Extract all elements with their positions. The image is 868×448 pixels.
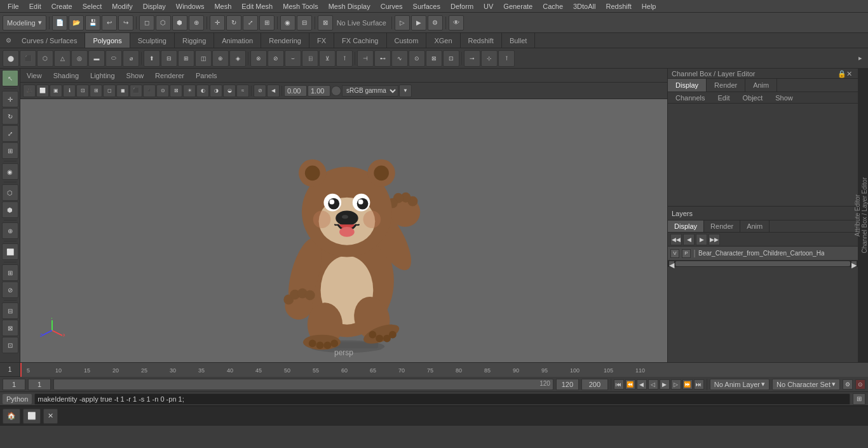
shelf-conform-btn[interactable]: ⊹ xyxy=(481,50,498,67)
layer-visibility-btn[interactable]: V xyxy=(670,249,679,258)
pb-play-fwd-btn[interactable]: ▶ xyxy=(660,379,670,390)
taskbar-close-btn[interactable]: ✕ xyxy=(43,409,58,424)
layers-scroll-thumb[interactable] xyxy=(675,261,850,266)
render-settings-btn[interactable]: ⚙ xyxy=(428,15,443,31)
tab-xgen[interactable]: XGen xyxy=(426,33,460,48)
vp-film-gate-btn[interactable]: ⬜ xyxy=(36,85,49,97)
mode-dropdown[interactable]: Modeling ▾ xyxy=(3,15,46,31)
menu-edit-mesh[interactable]: Edit Mesh xyxy=(236,1,278,11)
menu-generate[interactable]: Generate xyxy=(498,1,538,11)
shelf-mirror-btn[interactable]: ⊣ xyxy=(357,50,374,67)
layers-prev-btn[interactable]: ◀◀ xyxy=(670,234,682,245)
pb-play-back-btn[interactable]: ◁ xyxy=(648,379,658,390)
transform-btn[interactable]: ✛ xyxy=(210,15,225,31)
vp-prev-frame-btn[interactable]: ◀ xyxy=(267,85,280,97)
shelf-sphere-btn[interactable]: ⬤ xyxy=(3,50,19,67)
layer-playback-btn[interactable]: P xyxy=(682,249,691,258)
shelf-transfer-attr-btn[interactable]: ⊸ xyxy=(464,50,480,67)
layers-back-btn[interactable]: ◀ xyxy=(683,234,695,245)
pb-next-key-btn[interactable]: ⏩ xyxy=(682,379,693,390)
menu-deform[interactable]: Deform xyxy=(445,1,478,11)
lasso-btn[interactable]: ⬡ xyxy=(156,15,171,31)
soft-select-btn[interactable]: ◉ xyxy=(280,15,295,31)
shelf-arrow-btn[interactable]: ▸ xyxy=(855,53,865,64)
snap-grid-btn[interactable]: ⊟ xyxy=(2,302,18,319)
shelf-bridge-btn[interactable]: ⊟ xyxy=(161,50,177,67)
python-lang-label[interactable]: Python xyxy=(3,394,32,404)
rp-tab-render[interactable]: Render xyxy=(707,79,745,92)
rp-edit-menu[interactable]: Edit xyxy=(712,93,735,103)
vp-camera-btn[interactable]: 🎥 xyxy=(23,85,36,97)
vp-heads-up-btn[interactable]: ℹ xyxy=(63,85,76,97)
menu-3dtool[interactable]: 3DtoAll xyxy=(568,1,600,11)
menu-surfaces[interactable]: Surfaces xyxy=(408,1,445,11)
strip-channel-box-label[interactable]: Channel Box / Layer Editor xyxy=(861,175,868,256)
shelf-cube-btn[interactable]: ⬛ xyxy=(20,50,36,67)
char-set-dropdown[interactable]: No Character Set ▾ xyxy=(772,379,840,390)
camera-near-clip-input[interactable] xyxy=(284,85,307,97)
layers-scrollbar[interactable]: ◀ ▶ xyxy=(668,261,858,267)
shelf-torus-btn[interactable]: ◎ xyxy=(71,50,88,67)
pb-prev-frame-btn[interactable]: ◀ xyxy=(637,379,647,390)
taskbar-maximize-btn[interactable]: ⬜ xyxy=(23,409,41,424)
anim-layer-dropdown[interactable]: No Anim Layer ▾ xyxy=(710,379,770,390)
tab-custom[interactable]: Custom xyxy=(387,33,427,48)
shelf-cylinder-btn[interactable]: ⬡ xyxy=(37,50,53,67)
vp-menu-renderer[interactable]: Renderer xyxy=(151,71,188,81)
pb-settings-btn[interactable]: ⚙ xyxy=(843,379,853,390)
menu-curves[interactable]: Curves xyxy=(376,1,408,11)
menu-display[interactable]: Display xyxy=(138,1,171,11)
snap-point-btn[interactable]: ⊡ xyxy=(2,337,18,353)
tab-rigging[interactable]: Rigging xyxy=(175,33,214,48)
undo-btn[interactable]: ↩ xyxy=(102,15,117,31)
shelf-cone-btn[interactable]: △ xyxy=(54,50,71,67)
tab-fx-caching[interactable]: FX Caching xyxy=(334,33,386,48)
vp-shading2-btn[interactable]: ⬛ xyxy=(130,85,142,97)
shelf-pipe-btn[interactable]: ⌀ xyxy=(123,50,139,67)
menu-windows[interactable]: Windows xyxy=(171,1,210,11)
snap-to-grid-btn[interactable]: ⊟ xyxy=(297,15,312,31)
vp-isolate-btn[interactable]: ⊘ xyxy=(254,85,266,97)
menu-help[interactable]: Help xyxy=(637,1,661,11)
vp-ao-btn[interactable]: ◑ xyxy=(210,85,222,97)
shelf-insert-loop-btn[interactable]: ⊷ xyxy=(374,50,391,67)
viewport-canvas[interactable]: persp X Y Z xyxy=(20,99,667,362)
rotate-btn[interactable]: ↻ xyxy=(226,15,241,31)
show-manipulator-btn[interactable]: ⊕ xyxy=(2,222,18,239)
color-space-select[interactable]: sRGB gamma xyxy=(342,85,398,97)
scale-tool-btn[interactable]: ⤢ xyxy=(2,125,18,142)
menu-mesh-display[interactable]: Mesh Display xyxy=(323,1,376,11)
pb-next-frame-btn[interactable]: ▷ xyxy=(671,379,681,390)
paint-tool-btn[interactable]: ⬢ xyxy=(2,201,18,218)
vp-select-camera-btn[interactable]: ⊡ xyxy=(76,85,89,97)
grid-display-btn[interactable]: ⊞ xyxy=(2,264,18,281)
menu-cache[interactable]: Cache xyxy=(538,1,568,11)
shelf-plane-btn[interactable]: ▬ xyxy=(88,50,105,67)
vp-menu-lighting[interactable]: Lighting xyxy=(86,71,119,81)
shelf-smooth-btn[interactable]: ⌣ xyxy=(285,50,301,67)
shelf-remesh-btn[interactable]: ⊺ xyxy=(336,50,353,67)
marquee-tool-btn[interactable]: ⬜ xyxy=(2,243,18,260)
vp-shadow-btn[interactable]: ◐ xyxy=(196,85,209,97)
menu-mesh[interactable]: Mesh xyxy=(209,1,236,11)
layers-scroll-right[interactable]: ▶ xyxy=(851,261,857,266)
new-file-btn[interactable]: 📄 xyxy=(52,15,67,31)
shelf-merge-btn[interactable]: ⊕ xyxy=(212,50,229,67)
ipr-btn[interactable]: ▶ xyxy=(411,15,426,31)
current-frame-input[interactable] xyxy=(3,379,25,390)
menu-redshift[interactable]: Redshift xyxy=(600,1,636,11)
lasso-tool-btn[interactable]: ⬡ xyxy=(2,184,18,201)
menu-file[interactable]: File xyxy=(3,1,24,11)
vp-all-lights-btn[interactable]: ☀ xyxy=(183,85,196,97)
render-btn[interactable]: ▷ xyxy=(395,15,410,31)
shelf-fill-btn[interactable]: ⊞ xyxy=(178,50,194,67)
rp-object-menu[interactable]: Object xyxy=(737,93,768,103)
redo-btn[interactable]: ↪ xyxy=(118,15,133,31)
shelf-combine-btn[interactable]: ⊗ xyxy=(250,50,267,67)
shelf-bevel-btn[interactable]: ◫ xyxy=(195,50,212,67)
select-tool-btn[interactable]: ↖ xyxy=(2,70,18,86)
menu-edit[interactable]: Edit xyxy=(24,1,46,11)
vp-color-space-btn[interactable] xyxy=(331,86,341,96)
rp-tab-display[interactable]: Display xyxy=(668,79,707,92)
command-result-icon[interactable]: ⊞ xyxy=(853,393,865,405)
